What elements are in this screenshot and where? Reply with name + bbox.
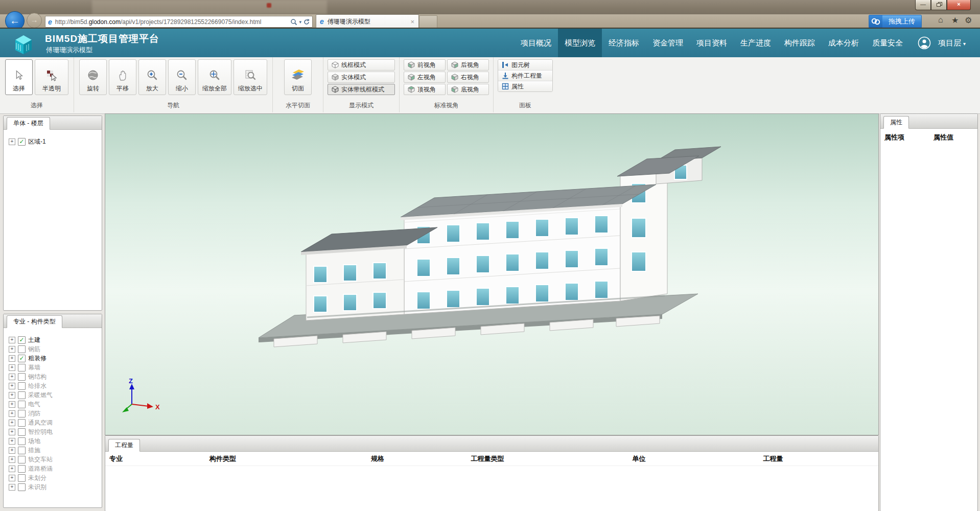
expand-icon[interactable]: +	[9, 410, 15, 417]
checkbox[interactable]: ✓	[18, 391, 26, 399]
nav-item[interactable]: 资金管理	[646, 29, 690, 57]
wireframe-mode-button[interactable]: 线框模式	[328, 59, 395, 71]
checkbox[interactable]: ✓	[18, 483, 26, 491]
bottom-view-button[interactable]: 底视角	[447, 84, 489, 95]
tree-item[interactable]: + ✓ 钢结构	[9, 372, 102, 381]
properties-tab[interactable]: 属性	[883, 116, 909, 129]
checkbox[interactable]: ✓	[18, 355, 26, 362]
new-tab-button[interactable]	[419, 15, 437, 28]
tree-item[interactable]: + ✓ 未识别	[9, 482, 102, 492]
zoom-all-button[interactable]: 缩放全部	[198, 59, 231, 95]
address-bar[interactable]: e http://bim5d.glodon.com/api/v1/project…	[45, 16, 313, 28]
tree-item[interactable]: + ✓ 通风空调	[9, 418, 102, 427]
checkbox[interactable]: ✓	[18, 437, 26, 445]
tree-item[interactable]: + ✓ 场地	[9, 436, 102, 446]
tree-item[interactable]: + ✓ 消防	[9, 409, 102, 418]
zoom-in-button[interactable]: 放大	[138, 59, 166, 95]
tree-item[interactable]: + ✓ 智控弱电	[9, 427, 102, 436]
expand-icon[interactable]: +	[9, 138, 15, 145]
expand-icon[interactable]: +	[9, 475, 15, 481]
solid-wireframe-mode-button[interactable]: 实体带线框模式	[328, 84, 395, 95]
forward-button[interactable]: →	[27, 13, 42, 28]
solid-mode-button[interactable]: 实体模式	[328, 72, 395, 83]
zoom-selected-button[interactable]: 缩放选中	[234, 59, 267, 95]
tree-item[interactable]: + ✓ 区域-1	[9, 137, 102, 146]
nav-item[interactable]: 模型浏览	[558, 29, 602, 57]
checkbox[interactable]: ✓	[18, 345, 26, 353]
restore-button[interactable]	[931, 0, 947, 10]
checkbox[interactable]: ✓	[18, 474, 26, 482]
drag-upload-button[interactable]: 拖拽上传	[869, 15, 922, 28]
expand-icon[interactable]: +	[9, 346, 15, 353]
checkbox[interactable]: ✓	[18, 447, 26, 454]
top-view-button[interactable]: 顶视角	[404, 84, 446, 95]
checkbox[interactable]: ✓	[18, 138, 26, 146]
expand-icon[interactable]: +	[9, 392, 15, 399]
checkbox[interactable]: ✓	[18, 401, 26, 408]
nav-item[interactable]: 经济指标	[602, 29, 646, 57]
properties-button[interactable]: 属性	[498, 81, 552, 91]
settings-icon[interactable]: ⚙	[965, 15, 972, 25]
nav-item[interactable]: 项目资料	[690, 29, 734, 57]
favorites-icon[interactable]: ★	[951, 15, 959, 25]
expand-icon[interactable]: +	[9, 420, 15, 426]
user-avatar-icon[interactable]	[918, 36, 931, 50]
translucent-button[interactable]: 半透明	[35, 59, 68, 95]
checkbox[interactable]: ✓	[18, 336, 26, 344]
right-view-button[interactable]: 右视角	[447, 72, 489, 83]
pan-button[interactable]: 平移	[109, 59, 136, 95]
zoom-out-button[interactable]: 缩小	[168, 59, 196, 95]
select-button[interactable]: 选择	[5, 59, 33, 95]
expand-icon[interactable]: +	[9, 374, 15, 380]
tree-item[interactable]: + ✓ 钢筋	[9, 344, 102, 354]
refresh-icon[interactable]	[303, 18, 310, 26]
quantities-tab[interactable]: 工程量	[108, 439, 140, 452]
tree-item[interactable]: + ✓ 土建	[9, 335, 102, 344]
expand-icon[interactable]: +	[9, 484, 15, 491]
search-icon[interactable]	[290, 18, 297, 26]
expand-icon[interactable]: +	[9, 429, 15, 435]
checkbox[interactable]: ✓	[18, 465, 26, 473]
left-view-button[interactable]: 左视角	[404, 72, 446, 83]
tree-item[interactable]: + ✓ 轨交车站	[9, 455, 102, 464]
tree-item[interactable]: + ✓ 粗装修	[9, 354, 102, 363]
tree-item[interactable]: + ✓ 给排水	[9, 381, 102, 390]
rotate-button[interactable]: 旋转	[79, 59, 107, 95]
checkbox[interactable]: ✓	[18, 373, 26, 381]
expand-icon[interactable]: +	[9, 401, 15, 408]
checkbox[interactable]: ✓	[18, 410, 26, 417]
tree-item[interactable]: + ✓ 幕墙	[9, 363, 102, 372]
expand-icon[interactable]: +	[9, 456, 15, 463]
section-plane-button[interactable]: 切面	[284, 59, 312, 95]
back-view-button[interactable]: 后视角	[447, 59, 489, 71]
checkbox[interactable]: ✓	[18, 382, 26, 390]
browser-tab[interactable]: e 傅珊珊演示模型 ×	[316, 14, 419, 28]
expand-icon[interactable]: +	[9, 438, 15, 445]
nav-item[interactable]: 质量安全	[866, 29, 909, 57]
checkbox[interactable]: ✓	[18, 419, 26, 427]
front-view-button[interactable]: 前视角	[404, 59, 446, 71]
element-tree-button[interactable]: 图元树	[498, 60, 552, 70]
nav-item[interactable]: 成本分析	[822, 29, 866, 57]
home-icon[interactable]: ⌂	[938, 15, 943, 25]
checkbox[interactable]: ✓	[18, 456, 26, 463]
nav-item[interactable]: 生产进度	[734, 29, 778, 57]
expand-icon[interactable]: +	[9, 466, 15, 472]
close-button[interactable]: ×	[947, 0, 971, 10]
floors-panel-tab[interactable]: 单体 - 楼层	[7, 117, 50, 130]
expand-icon[interactable]: +	[9, 364, 15, 371]
tree-item[interactable]: + ✓ 未划分	[9, 473, 102, 482]
project-layer-menu[interactable]: 项目层▾	[938, 38, 966, 48]
checkbox[interactable]: ✓	[18, 364, 26, 371]
tree-item[interactable]: + ✓ 道路桥涵	[9, 464, 102, 473]
tree-item[interactable]: + ✓ 采暖燃气	[9, 390, 102, 400]
tab-close-icon[interactable]: ×	[410, 18, 414, 26]
nav-item[interactable]: 构件跟踪	[778, 29, 822, 57]
expand-icon[interactable]: +	[9, 355, 15, 362]
types-panel-tab[interactable]: 专业 - 构件类型	[7, 315, 62, 328]
expand-icon[interactable]: +	[9, 447, 15, 454]
model-viewport[interactable]: Z X	[105, 113, 879, 435]
expand-icon[interactable]: +	[9, 383, 15, 389]
search-dropdown-icon[interactable]: ▾	[299, 19, 301, 25]
minimize-button[interactable]: —	[915, 0, 931, 10]
